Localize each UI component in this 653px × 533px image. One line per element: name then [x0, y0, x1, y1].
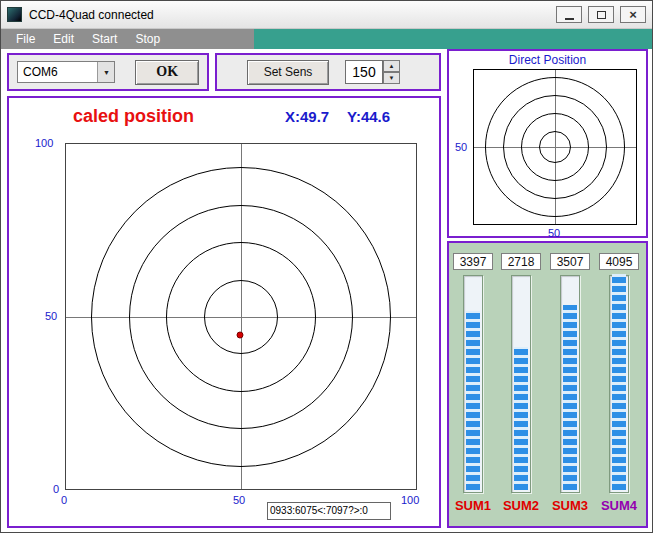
- app-icon: [7, 7, 22, 22]
- scaled-position-panel: caled position X:49.7 Y:44.6 100 50 0 0 …: [7, 96, 441, 528]
- y-tick-100: 100: [35, 137, 53, 149]
- sum-value: 2718: [501, 253, 541, 270]
- titlebar: CCD-4Quad connected ×: [1, 1, 652, 29]
- set-sens-button[interactable]: Set Sens: [247, 60, 329, 85]
- sum-label: SUM3: [552, 498, 588, 513]
- direct-position-title: Direct Position: [449, 53, 646, 67]
- menubar-accent-strip: [254, 29, 652, 49]
- close-icon: ×: [629, 8, 637, 21]
- sum-label: SUM4: [601, 498, 637, 513]
- x-tick-100: 100: [401, 494, 419, 506]
- dropdown-arrow-icon[interactable]: ▼: [97, 62, 114, 82]
- sum-label: SUM2: [503, 498, 539, 513]
- menu-edit[interactable]: Edit: [44, 30, 83, 48]
- sens-value-field[interactable]: 150: [345, 60, 383, 84]
- direct-y-axis-label: 50: [455, 141, 467, 153]
- minimize-icon: [565, 18, 574, 20]
- sum-meters-panel: 3397 SUM1 2718 SUM2 3507 SUM3: [447, 241, 648, 528]
- direct-position-panel: Direct Position 50 50: [447, 49, 648, 238]
- sum-bar: [560, 275, 580, 493]
- minimize-button[interactable]: [556, 6, 582, 23]
- sum-bar-fill: [563, 305, 577, 490]
- maximize-icon: [597, 11, 606, 19]
- x-readout: X:49.7: [285, 108, 329, 125]
- raw-data-field[interactable]: 0933:6075<:7097?>:0: [267, 502, 391, 520]
- sum-value: 4095: [599, 253, 639, 270]
- position-dot: [236, 332, 243, 339]
- window-title: CCD-4Quad connected: [29, 8, 154, 22]
- x-tick-0: 0: [61, 494, 67, 506]
- direct-x-axis-label: 50: [548, 227, 560, 239]
- app-window: CCD-4Quad connected × File Edit Start St…: [0, 0, 653, 533]
- sens-spinner: ▲ ▼: [383, 60, 400, 84]
- target-ring: [91, 167, 391, 467]
- menu-start[interactable]: Start: [83, 30, 126, 48]
- workspace: COM6 ▼ OK Set Sens 150 ▲ ▼ Direct Positi…: [1, 49, 652, 533]
- com-port-panel: COM6 ▼ OK: [7, 53, 209, 91]
- x-tick-50: 50: [233, 494, 245, 506]
- close-button[interactable]: ×: [620, 6, 646, 23]
- scaled-position-plot: [65, 143, 417, 490]
- sens-increment-button[interactable]: ▲: [383, 60, 400, 72]
- sum-bar-fill: [466, 311, 480, 490]
- sum-meter: 3507 SUM3: [548, 253, 592, 513]
- sensitivity-panel: Set Sens 150 ▲ ▼: [215, 53, 441, 91]
- sum-bar-fill: [612, 274, 626, 490]
- sum-value: 3397: [453, 253, 493, 270]
- window-controls: ×: [556, 6, 646, 23]
- plot-title: caled position: [73, 106, 194, 127]
- com-port-select[interactable]: COM6 ▼: [17, 61, 115, 83]
- y-tick-50: 50: [45, 310, 57, 322]
- sum-bar: [511, 275, 531, 493]
- menu-file[interactable]: File: [7, 30, 44, 48]
- sum-bar: [463, 275, 483, 493]
- com-port-value: COM6: [18, 65, 97, 79]
- menubar: File Edit Start Stop: [1, 29, 652, 49]
- y-tick-0: 0: [53, 483, 59, 495]
- sum-bar: [609, 275, 629, 493]
- y-readout: Y:44.6: [347, 108, 390, 125]
- ok-button[interactable]: OK: [135, 60, 199, 85]
- sum-bar-fill: [514, 347, 528, 490]
- sum-meter: 3397 SUM1: [451, 253, 495, 513]
- menu-stop[interactable]: Stop: [126, 30, 169, 48]
- maximize-button[interactable]: [588, 6, 614, 23]
- sum-label: SUM1: [455, 498, 491, 513]
- sens-decrement-button[interactable]: ▼: [383, 72, 400, 84]
- sum-value: 3507: [550, 253, 590, 270]
- direct-position-plot: [473, 69, 637, 225]
- target-ring: [485, 77, 625, 217]
- sum-meter: 2718 SUM2: [499, 253, 543, 513]
- sum-meter: 4095 SUM4: [597, 253, 641, 513]
